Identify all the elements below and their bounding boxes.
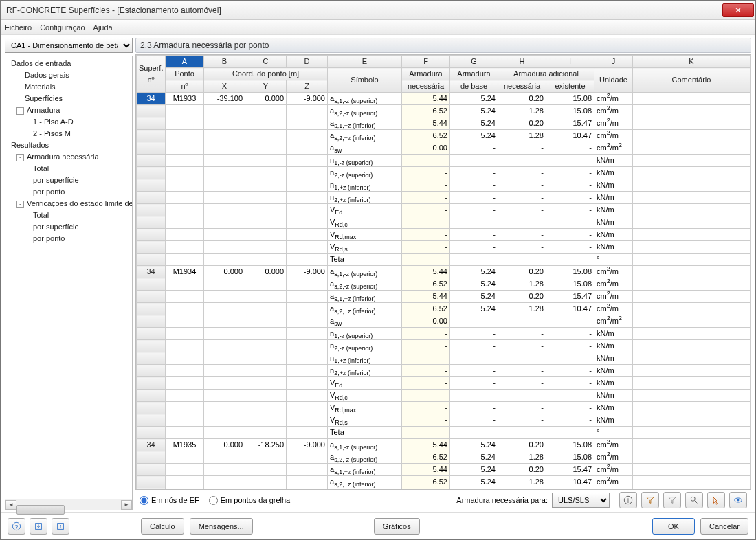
tree-item[interactable]: por ponto: [5, 233, 132, 245]
table-row[interactable]: n2,-z (superior)----kN/m: [137, 340, 751, 352]
close-button[interactable]: ✕: [722, 3, 754, 17]
table-row[interactable]: VEd----kN/m: [137, 204, 751, 216]
radio-grelha[interactable]: Em pontos da grelha: [209, 496, 291, 505]
svg-line-3: [695, 501, 698, 504]
tree-item[interactable]: Total: [5, 163, 132, 175]
table-row[interactable]: n1,+z (inferior)----kN/m: [137, 179, 751, 192]
col-arm-base-t: Armadura: [450, 68, 498, 80]
table-row[interactable]: 34M19340.0000.000-9.000as,1,-z (superior…: [137, 266, 751, 278]
scroll-right-icon[interactable]: ►: [121, 500, 132, 510]
required-for-select[interactable]: ULS/SLS: [552, 493, 610, 508]
scroll-left-icon[interactable]: ◄: [5, 500, 16, 510]
table-row[interactable]: VEd----kN/m: [137, 377, 751, 390]
radio-ef-label: Em nós de EF: [151, 496, 199, 504]
table-row[interactable]: n2,-z (superior)----kN/m: [137, 167, 751, 179]
tree-item[interactable]: Total: [5, 210, 132, 221]
scroll-thumb[interactable]: [16, 505, 65, 515]
table-row[interactable]: as,2,+z (inferior)6.525.241.2810.47cm2/m: [137, 303, 751, 315]
results-grid[interactable]: Superf.nº A B C D E F G H I J K: [136, 55, 751, 490]
calc-button[interactable]: Cálculo: [141, 518, 184, 535]
table-row[interactable]: VRd,s----kN/m: [137, 414, 751, 427]
table-row[interactable]: VRd,max----kN/m: [137, 402, 751, 414]
tree-item[interactable]: por superfície: [5, 175, 132, 186]
tree-item[interactable]: -Armadura necessária: [5, 151, 132, 163]
col-letter-d[interactable]: D: [287, 56, 328, 68]
help-icon[interactable]: ?: [8, 518, 25, 535]
col-ponto-top: Ponto: [166, 68, 204, 80]
table-row[interactable]: as,1,+z (inferior)5.445.240.2015.47cm2/m: [137, 117, 751, 130]
table-row[interactable]: n1,-z (superior)----kN/m: [137, 155, 751, 167]
table-row[interactable]: VRd,c----kN/m: [137, 390, 751, 402]
ok-button[interactable]: OK: [652, 518, 695, 535]
svg-text:i: i: [627, 497, 629, 504]
col-letter-j[interactable]: J: [594, 56, 633, 68]
tree-hscroll[interactable]: ◄ ►: [5, 499, 133, 510]
table-row[interactable]: n1,-z (superior)----kN/m: [137, 328, 751, 340]
case-selector[interactable]: CA1 - Dimensionamento de betã: [5, 38, 133, 53]
table-row[interactable]: as,2,+z (inferior)6.525.241.2810.47cm2/m: [137, 130, 751, 142]
tree-item[interactable]: Dados gerais: [5, 69, 132, 81]
col-letter-b[interactable]: B: [204, 56, 245, 68]
tree-item[interactable]: Materiais: [5, 81, 132, 93]
tree-item[interactable]: -Verificações do estado limite de: [5, 198, 132, 210]
col-letter-h[interactable]: H: [498, 56, 546, 68]
table-row[interactable]: 34M19350.000-18.250-9.000as,1,-z (superi…: [137, 439, 751, 451]
table-row[interactable]: n2,+z (inferior)----kN/m: [137, 365, 751, 377]
table-row[interactable]: asw0.00---cm2/m2: [137, 315, 751, 328]
info-icon[interactable]: i: [619, 492, 637, 508]
menu-configuracao[interactable]: Configuração: [40, 23, 85, 32]
table-row[interactable]: as,2,-z (superior)6.525.241.2815.08cm2/m: [137, 278, 751, 291]
col-letter-c[interactable]: C: [245, 56, 287, 68]
col-y: Y: [245, 80, 287, 93]
radio-ef[interactable]: Em nós de EF: [140, 496, 199, 505]
import-icon[interactable]: [30, 518, 47, 535]
find-icon[interactable]: [685, 492, 703, 508]
eye-icon[interactable]: [729, 492, 747, 508]
col-letter-e[interactable]: E: [328, 56, 402, 68]
table-row[interactable]: asw0.00---cm2/m2: [137, 488, 751, 491]
col-letter-f[interactable]: F: [402, 56, 450, 68]
table-row[interactable]: as,2,-z (superior)6.525.241.2815.08cm2/m: [137, 105, 751, 117]
radio-grelha-input[interactable]: [209, 496, 218, 505]
options-bar: Em nós de EF Em pontos da grelha Armadur…: [135, 490, 751, 510]
radio-grelha-label: Em pontos da grelha: [221, 496, 291, 504]
menu-ajuda[interactable]: Ajuda: [93, 23, 113, 32]
sidebar: CA1 - Dimensionamento de betã Dados de e…: [5, 38, 133, 510]
table-row[interactable]: VRd,max----kN/m: [137, 229, 751, 241]
table-row[interactable]: as,2,+z (inferior)6.525.241.2810.47cm2/m: [137, 476, 751, 488]
table-row[interactable]: VRd,s----kN/m: [137, 241, 751, 254]
tree-item[interactable]: por ponto: [5, 186, 132, 198]
tree-item[interactable]: -Armadura: [5, 104, 132, 116]
tree-item[interactable]: Dados de entrada: [5, 58, 132, 69]
tree-item[interactable]: 2 - Pisos M: [5, 128, 132, 139]
table-row[interactable]: VRd,c----kN/m: [137, 216, 751, 229]
tree-item[interactable]: Resultados: [5, 139, 132, 151]
menu-ficheiro[interactable]: Ficheiro: [5, 23, 32, 32]
table-row[interactable]: n2,+z (inferior)----kN/m: [137, 192, 751, 204]
nav-tree[interactable]: Dados de entradaDados geraisMateriaisSup…: [5, 56, 133, 499]
table-row[interactable]: as,1,+z (inferior)5.445.240.2015.47cm2/m: [137, 291, 751, 303]
table-row[interactable]: asw0.00---cm2/m2: [137, 142, 751, 155]
cancel-button[interactable]: Cancelar: [700, 518, 748, 535]
col-letter-k[interactable]: K: [633, 56, 751, 68]
graphics-button[interactable]: Gráficos: [374, 518, 420, 535]
filter-icon[interactable]: [663, 492, 681, 508]
table-row[interactable]: Teta°: [137, 254, 751, 266]
tree-item[interactable]: Superfícies: [5, 93, 132, 104]
table-row[interactable]: Teta°: [137, 427, 751, 439]
radio-ef-input[interactable]: [140, 496, 148, 505]
export-icon[interactable]: [52, 518, 69, 535]
filter-edit-icon[interactable]: [641, 492, 659, 508]
messages-button[interactable]: Mensagens...: [190, 518, 253, 535]
col-letter-g[interactable]: G: [450, 56, 498, 68]
tree-item[interactable]: 1 - Piso A-D: [5, 116, 132, 128]
table-row[interactable]: n1,+z (inferior)----kN/m: [137, 352, 751, 365]
menubar: Ficheiro Configuração Ajuda: [1, 20, 755, 35]
table-row[interactable]: 34M1933-39.1000.000-9.000as,1,-z (superi…: [137, 93, 751, 105]
col-letter-a[interactable]: A: [166, 56, 204, 68]
tree-item[interactable]: por superfície: [5, 221, 132, 233]
table-row[interactable]: as,2,-z (superior)6.525.241.2815.08cm2/m: [137, 451, 751, 464]
pick-icon[interactable]: [707, 492, 725, 508]
col-letter-i[interactable]: I: [546, 56, 594, 68]
table-row[interactable]: as,1,+z (inferior)5.445.240.2015.47cm2/m: [137, 464, 751, 476]
